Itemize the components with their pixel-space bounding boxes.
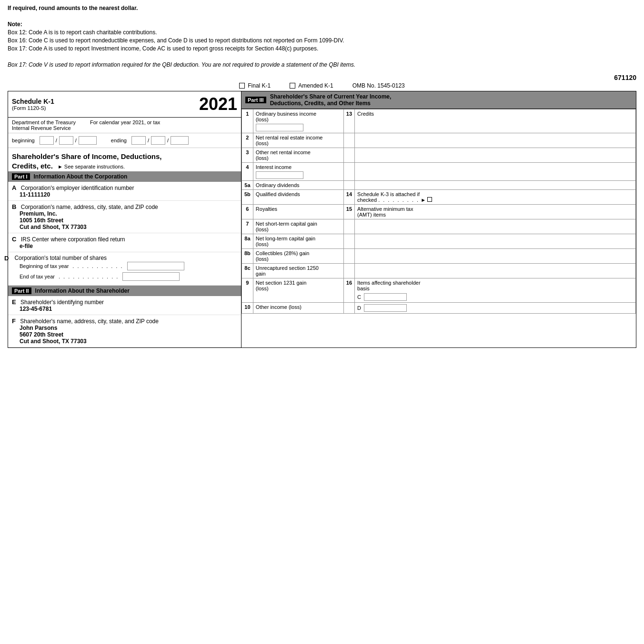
col16-c-label: C <box>357 294 361 300</box>
row2-num: 2 <box>242 133 253 148</box>
row8a-label: Net long-term capital gain(loss) <box>253 234 343 249</box>
schedule-subtitle: (Form 1120-S) <box>12 105 54 111</box>
row6-label: Royalties <box>253 205 343 219</box>
omb-number: OMB No. 1545-0123 <box>352 82 405 89</box>
field-d-beginning-row: Beginning of tax year . . . . . . . . . … <box>20 262 237 270</box>
ending-day-input[interactable] <box>151 136 165 145</box>
field-f-addr2: Cut and Shoot, TX 77303 <box>20 338 87 345</box>
col16-d-label: D <box>357 305 361 311</box>
amended-k1-box[interactable] <box>290 83 295 89</box>
final-k1-box[interactable] <box>239 83 245 89</box>
field-d-ending-row: End of tax year . . . . . . . . . . . . … <box>20 272 237 281</box>
field-d-section: D Corporation's total number of shares B… <box>8 252 241 286</box>
col16-c-input[interactable] <box>364 293 407 301</box>
ending-label: ending <box>111 138 127 143</box>
date-fields: beginning / / ending / / <box>8 133 241 148</box>
table-row: 5b Qualified dividends 14 Schedule K-3 i… <box>242 190 636 205</box>
field-a-letter: A <box>12 184 16 191</box>
amended-k1-checkbox[interactable]: Amended K-1 <box>290 82 333 89</box>
field-e-row: E Shareholder's identifying number 123-4… <box>8 296 241 315</box>
col13-content-5a <box>355 181 636 190</box>
part3-label: Part III <box>245 97 266 103</box>
col13-label: Credits <box>355 109 636 133</box>
ending-date: / / <box>131 136 189 145</box>
shareholder-title: Shareholder's Share of Income, Deduction… <box>8 148 241 171</box>
field-e-letter: E <box>12 298 16 306</box>
field-e-label: Shareholder's identifying number <box>20 299 104 306</box>
part1-title: Information About the Corporation <box>34 173 128 180</box>
note-box16: Box 16: Code C is used to report nondedu… <box>8 37 636 44</box>
k3-checkbox[interactable] <box>427 197 432 202</box>
row10-label: Other income (loss) <box>253 303 343 314</box>
schedule-header: Schedule K-1 (Form 1120-S) 2021 <box>8 91 241 118</box>
col16-label: Items affecting shareholderbasis C <box>355 278 636 303</box>
row1-num: 1 <box>242 109 253 133</box>
field-d-beginning-label: Beginning of tax year <box>20 263 69 269</box>
row10-num: 10 <box>242 303 253 314</box>
field-b-label: Corporation's name, address, city, state… <box>21 204 158 210</box>
row4-num: 4 <box>242 163 253 181</box>
part3-grid: 1 Ordinary business income(loss) 13 Cred… <box>242 109 636 314</box>
table-row: 1 Ordinary business income(loss) 13 Cred… <box>242 109 636 133</box>
field-b-name: Premium, Inc. <box>20 210 57 217</box>
col13-content-3 <box>355 148 636 163</box>
field-d-ending-label: End of tax year <box>20 274 55 279</box>
field-a-value: 11-1111120 <box>20 191 50 198</box>
field-c-label: IRS Center where corporation filed retur… <box>21 236 125 243</box>
field-c-row: C IRS Center where corporation filed ret… <box>8 233 241 252</box>
row8c-num: 8c <box>242 264 253 278</box>
ending-month-input[interactable] <box>131 136 146 145</box>
note-box17a: Box 17: Code A is used to report Investm… <box>8 45 636 52</box>
row8b-num: 8b <box>242 249 253 264</box>
field-f-label: Shareholder's name, address, city, state… <box>20 318 159 325</box>
field-d-beginning-input[interactable] <box>127 262 184 270</box>
field-a-label: Corporation's employer identification nu… <box>21 185 134 191</box>
part2-title: Information About the Shareholder <box>35 287 130 294</box>
ending-year-input[interactable] <box>171 136 189 145</box>
beginning-date: / / <box>40 136 97 145</box>
final-k1-label: Final K-1 <box>248 82 271 89</box>
col15-content-8a <box>355 234 636 249</box>
row4-input[interactable] <box>256 171 303 179</box>
table-row: 6 Royalties 15 Alternative minimum tax(A… <box>242 205 636 219</box>
row5a-num: 5a <box>242 181 253 190</box>
schedule-title: Schedule K-1 <box>12 98 54 105</box>
row8b-label: Collectibles (28%) gain(loss) <box>253 249 343 264</box>
field-f-letter: F <box>12 317 16 325</box>
form-number: 671120 <box>8 74 636 81</box>
field-b-letter: B <box>12 203 16 210</box>
table-row: 8c Unrecaptured section 1250gain <box>242 264 636 278</box>
part3-header: Part III Shareholder's Share of Current … <box>242 91 636 109</box>
final-k1-checkbox[interactable]: Final K-1 <box>239 82 271 89</box>
see-instructions: ► See separate instructions. <box>58 163 125 170</box>
row4-label: Interest income <box>253 163 343 181</box>
field-b-addr2: Cut and Shoot, TX 77303 <box>20 224 87 230</box>
field-f-addr1: 5607 20th Street <box>20 331 63 338</box>
beginning-year-input[interactable] <box>79 136 97 145</box>
row1-input[interactable] <box>256 124 303 131</box>
beginning-month-input[interactable] <box>40 136 54 145</box>
table-row: 8a Net long-term capital gain(loss) <box>242 234 636 249</box>
row9-label: Net section 1231 gain(loss) <box>253 278 343 303</box>
field-e-value: 123-45-6781 <box>20 306 52 312</box>
amended-k1-label: Amended K-1 <box>298 82 333 89</box>
col13-content-4 <box>355 163 636 181</box>
col16-d-input[interactable] <box>364 304 407 312</box>
note-box17v: Box 17: Code V is used to report informa… <box>8 61 636 68</box>
part1-header: Part I Information About the Corporation <box>8 171 241 182</box>
row5b-label: Qualified dividends <box>253 190 343 205</box>
row5b-num: 5b <box>242 190 253 205</box>
field-a-row: A Corporation's employer identification … <box>8 182 241 201</box>
field-f-row: F Shareholder's name, address, city, sta… <box>8 315 241 347</box>
row8a-num: 8a <box>242 234 253 249</box>
row3-num: 3 <box>242 148 253 163</box>
beginning-day-input[interactable] <box>59 136 73 145</box>
field-d-ending-input[interactable] <box>122 272 180 281</box>
note-label: Note: <box>8 21 22 28</box>
table-row: 8b Collectibles (28%) gain(loss) <box>242 249 636 264</box>
table-row: 2 Net rental real estate income(loss) <box>242 133 636 148</box>
beginning-label: beginning <box>12 138 35 143</box>
main-form: Schedule K-1 (Form 1120-S) 2021 Departme… <box>8 91 636 348</box>
field-d-letter: D <box>4 255 9 262</box>
field-f-name: John Parsons <box>20 325 57 331</box>
